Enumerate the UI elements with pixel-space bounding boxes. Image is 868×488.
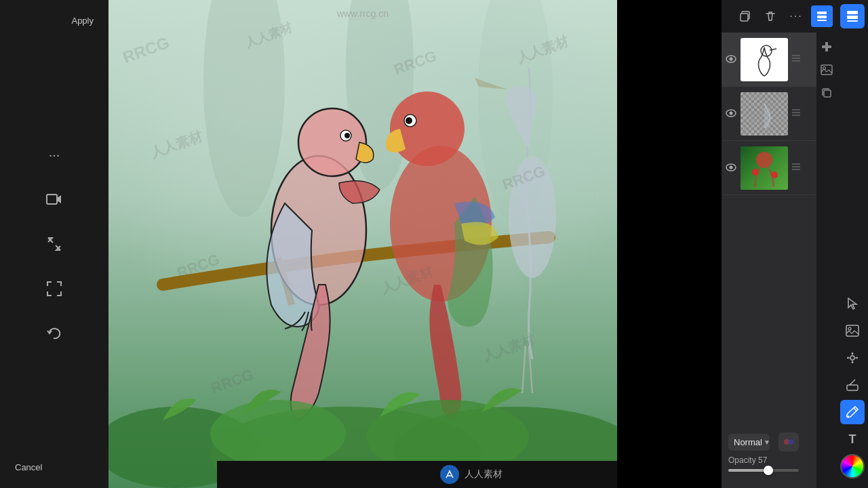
layers-panel-button[interactable] <box>811 5 833 27</box>
blend-mode-select[interactable]: Normal Multiply Screen Overlay <box>728 434 770 451</box>
layer-2-visibility[interactable] <box>726 108 738 119</box>
svg-point-31 <box>730 111 733 115</box>
svg-point-36 <box>730 165 733 169</box>
left-tool-icons: ··· <box>42 31 66 457</box>
svg-rect-21 <box>817 12 827 14</box>
cancel-button[interactable]: Cancel <box>7 457 50 478</box>
duplicate-layer-button[interactable] <box>818 84 835 102</box>
layer-1-thumbnail <box>741 38 788 81</box>
opacity-row: Opacity 57 <box>728 455 799 465</box>
svg-point-54 <box>848 327 851 330</box>
svg-point-37 <box>756 152 772 168</box>
eraser-tool-button[interactable] <box>840 373 865 397</box>
cursor-tool-button[interactable] <box>840 291 865 316</box>
text-tool-button[interactable]: T <box>840 427 865 451</box>
layer-2-thumbnail <box>741 92 788 136</box>
blend-mode-row: Normal Multiply Screen Overlay ▼ <box>728 432 799 451</box>
layer-2-handle[interactable] <box>791 108 802 120</box>
opacity-fill <box>728 469 768 472</box>
svg-point-57 <box>847 415 849 418</box>
right-tools-column: T <box>837 0 868 488</box>
canvas-bottom-bar: 人人素材 Udemy <box>217 461 617 488</box>
more-options-button[interactable]: ··· <box>785 5 807 27</box>
svg-rect-52 <box>847 20 858 22</box>
add-layer-button[interactable] <box>818 38 835 56</box>
layer-properties-bar: Normal Multiply Screen Overlay ▼ Opacity… <box>722 427 806 488</box>
layer-3-handle[interactable] <box>791 162 802 174</box>
svg-rect-22 <box>817 16 827 18</box>
svg-rect-44 <box>825 42 828 52</box>
svg-point-11 <box>390 92 465 166</box>
layer-1-visibility[interactable] <box>726 54 738 65</box>
layers-tool-button[interactable] <box>840 4 865 28</box>
layers-side-icons <box>816 33 837 488</box>
transform-tool-button[interactable] <box>840 346 865 370</box>
layers-top-toolbar: ··· <box>722 0 837 33</box>
svg-point-25 <box>730 57 733 60</box>
layer-3-visibility[interactable] <box>726 163 738 174</box>
svg-point-49 <box>788 439 793 445</box>
delete-layer-button[interactable] <box>760 5 781 27</box>
right-panel: ··· <box>722 0 837 488</box>
layer-3-thumbnail <box>741 146 788 190</box>
layers-section <box>722 33 837 488</box>
blend-extra-button[interactable] <box>778 432 799 451</box>
brush-tool-button[interactable] <box>840 400 865 424</box>
copy-layer-button[interactable] <box>734 5 755 27</box>
opacity-label: Opacity 57 <box>728 455 767 465</box>
svg-rect-23 <box>817 20 827 21</box>
expand-icon[interactable] <box>42 232 66 256</box>
canvas-image: www.rrcg.cn RRCG 人人素材 RRCG 人人素材 人人素材 RRC… <box>108 0 617 488</box>
layer-item-2[interactable] <box>722 87 816 141</box>
insert-image-button[interactable] <box>818 61 835 79</box>
svg-point-3 <box>203 0 285 217</box>
svg-point-14 <box>509 156 556 278</box>
opacity-slider[interactable] <box>728 469 799 472</box>
layers-list <box>722 33 816 488</box>
layer-1-handle[interactable] <box>791 54 802 66</box>
logo-text: 人人素材 <box>465 468 502 481</box>
svg-point-7 <box>298 108 366 176</box>
svg-point-55 <box>850 356 854 360</box>
opacity-thumb[interactable] <box>764 466 773 475</box>
svg-rect-56 <box>847 385 858 390</box>
svg-rect-50 <box>847 11 858 14</box>
undo-button[interactable] <box>42 321 66 346</box>
layer-item-3[interactable] <box>722 141 816 195</box>
record-video-button[interactable] <box>42 187 66 211</box>
color-wheel-button[interactable] <box>840 454 865 479</box>
svg-point-39 <box>771 171 778 178</box>
svg-point-13 <box>406 117 412 124</box>
svg-point-38 <box>752 169 759 176</box>
text-tool-label: T <box>849 432 856 447</box>
layer-item-1[interactable] <box>722 33 816 87</box>
svg-rect-0 <box>47 195 57 204</box>
logo-icon <box>440 465 459 484</box>
svg-rect-51 <box>847 16 858 19</box>
bottom-logo: 人人素材 <box>440 465 502 484</box>
three-dots-menu[interactable]: ··· <box>42 142 66 167</box>
svg-rect-53 <box>846 325 859 336</box>
svg-rect-47 <box>824 90 831 97</box>
svg-point-18 <box>210 400 346 468</box>
apply-button[interactable]: Apply <box>63 10 102 31</box>
birds-svg-scene <box>108 0 617 488</box>
svg-rect-20 <box>741 14 748 21</box>
fullscreen-icon[interactable] <box>42 277 66 301</box>
canvas-area[interactable]: www.rrcg.cn RRCG 人人素材 RRCG 人人素材 人人素材 RRC… <box>108 0 617 488</box>
svg-point-9 <box>344 133 350 138</box>
left-sidebar: Apply ··· <box>0 0 108 488</box>
image-tool-button[interactable] <box>840 319 865 343</box>
